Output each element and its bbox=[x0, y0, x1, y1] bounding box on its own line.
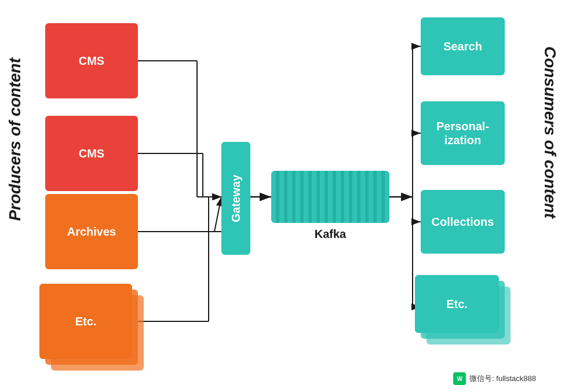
cms1-box: CMS bbox=[45, 23, 138, 98]
watermark-text: 微信号: fullstack888 bbox=[469, 373, 536, 384]
archives-label: Archives bbox=[67, 225, 116, 239]
consumers-label: Consumers of content bbox=[541, 46, 559, 218]
personalization-label: Personal- ization bbox=[436, 119, 489, 147]
etc-producer-label: Etc. bbox=[75, 315, 97, 328]
cms2-label: CMS bbox=[79, 147, 104, 160]
archives-box: Archives bbox=[45, 194, 138, 269]
wechat-icon: W bbox=[453, 372, 466, 385]
svg-line-8 bbox=[214, 197, 221, 232]
search-label: Search bbox=[443, 39, 482, 53]
watermark: W 微信号: fullstack888 bbox=[453, 372, 536, 385]
kafka-label: Kafka bbox=[271, 228, 389, 241]
cms2-box: CMS bbox=[45, 116, 138, 191]
producers-label: Producers of content bbox=[6, 58, 24, 221]
etc-producer-wrapper: Etc. bbox=[39, 284, 144, 371]
gateway-label: Gateway bbox=[229, 174, 243, 222]
collections-label: Collections bbox=[432, 215, 494, 229]
kafka-box bbox=[271, 171, 389, 223]
etc-consumer-label: Etc. bbox=[446, 297, 468, 311]
cms1-label: CMS bbox=[79, 54, 104, 68]
personalization-box: Personal- ization bbox=[421, 101, 505, 165]
gateway-box: Gateway bbox=[221, 142, 250, 255]
diagram-container: Producers of content Consumers of conten… bbox=[0, 0, 565, 392]
etc-producer-box: Etc. bbox=[39, 284, 132, 359]
collections-box: Collections bbox=[421, 190, 505, 254]
search-box: Search bbox=[421, 17, 505, 75]
etc-consumer-wrapper: Etc. bbox=[415, 275, 511, 347]
etc-consumer-box: Etc. bbox=[415, 275, 499, 333]
